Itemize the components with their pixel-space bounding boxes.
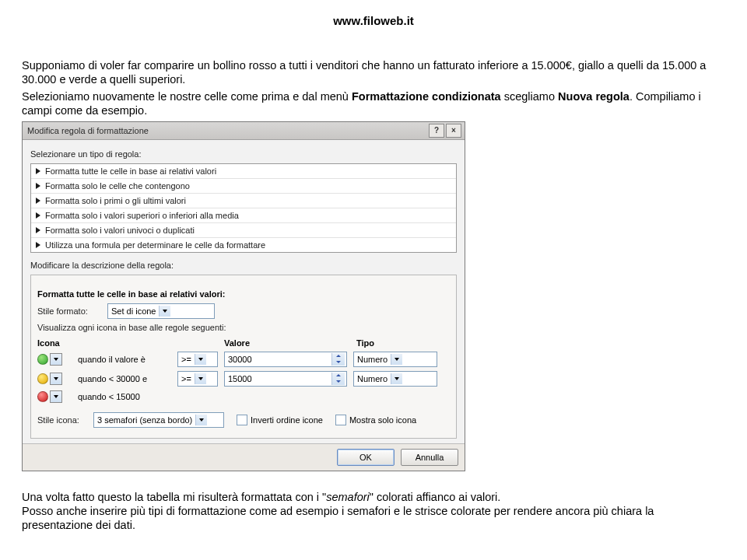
value-input[interactable]: 15000 <box>224 371 347 387</box>
outro-paragraph-1: Una volta fatto questo la tabella mi ris… <box>22 490 725 505</box>
condition-text: quando il valore è <box>78 355 177 364</box>
col-header-value: Valore <box>224 338 356 348</box>
rule-type-item[interactable]: Formatta solo i valori univoci o duplica… <box>31 223 456 238</box>
condition-text: quando < 15000 <box>78 392 177 401</box>
icon-style-label: Stile icona: <box>37 415 93 425</box>
display-desc: Visualizza ogni icona in base alle regol… <box>37 323 450 332</box>
rule-text: Formatta solo i valori univoci o duplica… <box>45 226 195 235</box>
bullet-icon <box>36 183 40 189</box>
type-combo[interactable]: Numero <box>353 352 437 367</box>
bullet-icon <box>36 242 40 248</box>
range-picker-icon[interactable] <box>331 353 345 366</box>
chevron-down-icon <box>391 354 402 365</box>
traffic-yellow-icon <box>37 373 48 384</box>
icon-picker-button[interactable] <box>50 373 62 385</box>
rule-type-item[interactable]: Formatta solo le celle che contengono <box>31 179 456 194</box>
range-picker-icon[interactable] <box>331 373 345 385</box>
dialog-title: Modifica regola di formattazione <box>27 126 427 135</box>
intro-p2-a: Selezioniamo nuovamente le nostre celle … <box>22 90 352 103</box>
help-button[interactable]: ? <box>429 124 444 138</box>
invert-order-checkbox[interactable] <box>237 415 247 425</box>
intro-paragraph-2: Selezioniamo nuovamente le nostre celle … <box>22 89 725 117</box>
bullet-icon <box>36 168 40 174</box>
intro-paragraph-1: Supponiamo di voler far comparire un bol… <box>22 58 725 86</box>
outro-paragraph-2: Posso anche inserire più tipi di formatt… <box>22 504 725 532</box>
icon-picker-button[interactable] <box>50 353 62 366</box>
rule-type-list[interactable]: Formatta tutte le celle in base ai relat… <box>30 163 457 253</box>
style-format-combo[interactable]: Set di icone <box>107 303 215 319</box>
rule-type-item[interactable]: Utilizza una formula per determinare le … <box>31 238 456 252</box>
outro-1a: Una volta fatto questo la tabella mi ris… <box>22 491 326 503</box>
icon-rule-row: quando < 15000 <box>37 390 450 403</box>
col-header-icon: Icona <box>37 338 78 348</box>
operator-value: >= <box>181 355 195 364</box>
traffic-red-icon <box>37 391 48 402</box>
operator-combo[interactable]: >= <box>177 352 218 367</box>
rule-text: Formatta solo i valori superiori o infer… <box>45 211 239 220</box>
ok-button[interactable]: OK <box>337 449 395 466</box>
operator-combo[interactable]: >= <box>177 371 218 387</box>
rule-text: Formatta solo le celle che contengono <box>45 181 190 191</box>
type-value: Numero <box>357 355 391 364</box>
traffic-green-icon <box>37 354 48 365</box>
icon-picker-button[interactable] <box>50 390 62 403</box>
rule-text: Formatta tutte le celle in base ai relat… <box>45 166 216 176</box>
invert-order-label: Inverti ordine icone <box>251 415 323 425</box>
outro-1c: " colorati affianco ai valori. <box>370 491 501 503</box>
condition-text: quando < 30000 e <box>78 374 177 383</box>
select-rule-label: Selezionare un tipo di regola: <box>30 149 457 159</box>
type-combo[interactable]: Numero <box>353 371 437 387</box>
dialog-button-bar: OK Annulla <box>23 443 465 471</box>
rule-type-item[interactable]: Formatta tutte le celle in base ai relat… <box>31 164 456 179</box>
operator-value: >= <box>181 374 195 383</box>
value-text: 15000 <box>228 374 331 383</box>
chevron-down-icon <box>195 373 206 384</box>
rule-type-item[interactable]: Formatta solo i primi o gli ultimi valor… <box>31 194 456 208</box>
style-format-value: Set di icone <box>111 306 159 316</box>
chevron-down-icon <box>195 354 206 365</box>
icon-rule-row: quando il valore è >= 30000 Numero <box>37 352 450 367</box>
formatting-rule-dialog: Modifica regola di formattazione ? × Sel… <box>22 121 465 471</box>
bullet-icon <box>36 212 40 219</box>
chevron-down-icon <box>195 415 207 425</box>
col-header-type: Tipo <box>356 338 442 348</box>
close-button[interactable]: × <box>446 124 461 138</box>
section-title: Formatta tutte le celle in base ai relat… <box>37 289 450 299</box>
chevron-down-icon <box>391 373 402 384</box>
cancel-button[interactable]: Annulla <box>401 449 458 466</box>
style-format-label: Stile formato: <box>37 306 107 316</box>
show-only-icon-label: Mostra solo icona <box>349 415 416 425</box>
rule-text: Formatta solo i primi o gli ultimi valor… <box>45 196 186 205</box>
icon-rule-row: quando < 30000 e >= 15000 Numero <box>37 371 450 387</box>
icon-style-value: 3 semafori (senza bordo) <box>97 415 195 425</box>
type-value: Numero <box>357 374 391 383</box>
bullet-icon <box>36 227 40 233</box>
intro-p2-c: scegliamo <box>501 90 558 103</box>
intro-p2-bold1: Formattazione condizionata <box>352 90 501 103</box>
icon-style-combo[interactable]: 3 semafori (senza bordo) <box>93 412 224 428</box>
bullet-icon <box>36 198 40 204</box>
outro-1b-italic: semafori <box>326 491 370 503</box>
rule-type-item[interactable]: Formatta solo i valori superiori o infer… <box>31 208 456 223</box>
modify-desc-label: Modificare la descrizione della regola: <box>30 261 457 270</box>
chevron-down-icon <box>159 306 170 317</box>
intro-p2-bold2: Nuova regola <box>558 90 630 103</box>
show-only-icon-checkbox[interactable] <box>335 415 346 425</box>
page-header-url: www.filoweb.it <box>22 14 725 27</box>
rule-text: Utilizza una formula per determinare le … <box>45 240 265 250</box>
value-input[interactable]: 30000 <box>224 352 347 367</box>
value-text: 30000 <box>228 355 331 364</box>
dialog-titlebar: Modifica regola di formattazione ? × <box>23 122 465 140</box>
